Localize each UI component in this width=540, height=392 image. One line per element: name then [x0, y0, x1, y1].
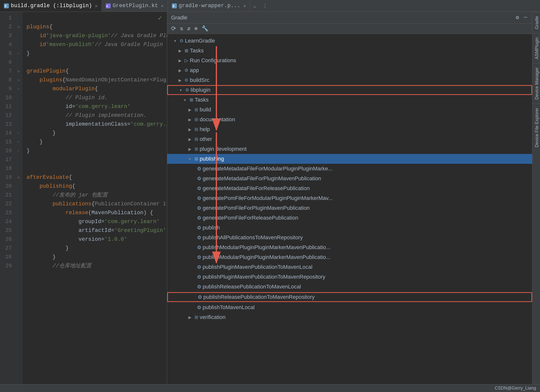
gutter-3: [15, 31, 23, 40]
sidebar-tab-device-file-explorer[interactable]: Device File Explorer: [532, 104, 540, 151]
gutter-13: [15, 120, 23, 129]
tree-item-pub-mod1[interactable]: ⚙ publishModularPluginPluginMarkerMavenP…: [167, 242, 532, 252]
gear-icon-gen5: ⚙: [196, 205, 203, 211]
gradle-title: Gradle: [171, 15, 187, 21]
close-icon[interactable]: ✕: [161, 3, 164, 9]
gutter-2[interactable]: ⊳: [15, 23, 23, 31]
tab-label: GreetPlugin.kt: [113, 3, 158, 9]
tree-label-gen5: generatePomFileForPluginMavenPublication: [203, 205, 532, 211]
gutter-14[interactable]: ⌐: [15, 129, 23, 138]
arrow-libplugin: ▾: [178, 88, 184, 92]
kotlin-icon: K: [106, 3, 111, 8]
tree-item-pub-mod2[interactable]: ⚙ publishModularPluginPluginMarkerMavenP…: [167, 252, 532, 262]
tree-item-gen3[interactable]: ⚙ generateMetadataFileForReleasePublicat…: [167, 183, 532, 193]
tree-item-other[interactable]: ▶ ⊞ other: [167, 134, 532, 144]
tree-item-app[interactable]: ▶ ⚙ app: [167, 65, 532, 75]
tab-build-gradle[interactable]: G build.gradle (:libplugin) ✕: [0, 0, 102, 12]
settings-button[interactable]: ⚙: [515, 13, 520, 22]
main-area: 1 2 3 4 5 6 7 8 9 10 11 12 13 14 15 16 1: [0, 12, 540, 384]
settings-icon[interactable]: 🔧: [202, 25, 208, 32]
tree-item-documentation[interactable]: ▶ ⊞ documentation: [167, 115, 532, 124]
tree-item-learn-gradle[interactable]: ▾ ⚙ LearnGradle: [167, 36, 532, 46]
gutter-24: [15, 217, 23, 226]
code-line-10: // Plugin id.: [27, 93, 167, 102]
tree-item-pub-release-local[interactable]: ⚙ publishReleasePublicationToMavenLocal: [167, 282, 532, 292]
code-line-2: plugins {: [27, 23, 167, 31]
tree-item-plugin-dev[interactable]: ▶ ⊞ plugin development: [167, 144, 532, 154]
tree-item-publishing[interactable]: ▾ ⊞ publishing: [167, 154, 532, 164]
gutter-23: [15, 209, 23, 217]
tab-greet-plugin[interactable]: K GreetPlugin.kt ✕: [102, 0, 168, 12]
sidebar-tab-asmplugin[interactable]: ASMPlugin: [532, 33, 540, 63]
tree-label-pub-release-local: publishReleasePublicationToMavenLocal: [203, 284, 532, 290]
code-line-26: version = '1.0.0': [27, 235, 167, 244]
line-num-12: 12: [0, 111, 12, 120]
tree-item-help[interactable]: ▶ ⊞ help: [167, 124, 532, 134]
code-line-29: //仓库地址配置: [27, 262, 167, 271]
line-num-3: 3: [0, 31, 12, 40]
tree-item-libplugin[interactable]: ▾ ⚙ libplugin: [167, 85, 532, 95]
line-num-1: 1: [0, 14, 12, 23]
arrow-run-configs: ▶: [177, 58, 183, 63]
sidebar-tab-gradle[interactable]: Gradle: [532, 12, 540, 33]
more-options[interactable]: ⋮: [259, 2, 271, 9]
gutter-16[interactable]: ⌐: [15, 147, 23, 155]
gradle-icons-bar: ⟳ ⇅ ⇵ ⊕ 🔧: [167, 24, 532, 34]
tree-item-pub-release-repo[interactable]: ⚙ publishReleasePublicationToMavenReposi…: [167, 292, 532, 302]
tree-item-run-configs[interactable]: ▶ ▷ Run Configurations: [167, 56, 532, 65]
collapse-all-icon[interactable]: ⇵: [187, 25, 190, 32]
arrow-publishing: ▾: [187, 157, 193, 161]
tree-label-plugin-dev: plugin development: [200, 146, 532, 152]
check-mark: ✓: [158, 14, 162, 22]
arrow-tasks-1: ▶: [177, 48, 183, 53]
tree-item-pub-plugin-repo[interactable]: ⚙ publishPluginMavenPublicationToMavenRe…: [167, 272, 532, 282]
buildsrc-icon: ⚙: [183, 77, 190, 83]
gutter-15[interactable]: ⌐: [15, 138, 23, 147]
tab-dropdown[interactable]: ⌄: [250, 2, 259, 9]
close-icon[interactable]: ✕: [243, 3, 246, 9]
tree-item-pub-all[interactable]: ⚙ publishAllPublicationsToMavenRepositor…: [167, 233, 532, 242]
tree-item-gen2[interactable]: ⚙ generateMetadataFileForPluginMavenPubl…: [167, 174, 532, 183]
code-content[interactable]: plugins { id 'java-gradle-plugin' // Jav…: [23, 12, 167, 384]
gear-icon-pub-mod2: ⚙: [196, 254, 203, 260]
tree-item-gen6[interactable]: ⚙ generatePomFileForReleasePublication: [167, 213, 532, 223]
gutter-9[interactable]: ⌐: [15, 85, 23, 93]
tree-item-pub-maven-local[interactable]: ⚙ publishToMavenLocal: [167, 302, 532, 312]
tree-item-tasks-2[interactable]: ▾ ⊞ Tasks: [167, 95, 532, 105]
line-num-14: 14: [0, 129, 12, 138]
tree-item-gen4[interactable]: ⚙ generatePomFileForModularPluginPluginM…: [167, 193, 532, 203]
tree-item-verification[interactable]: ▶ ⊞ verification: [167, 312, 532, 322]
gutter-26: [15, 235, 23, 244]
libplugin-container: ▾ ⚙ libplugin: [167, 85, 532, 95]
tree-item-gen5[interactable]: ⚙ generatePomFileForPluginMavenPublicati…: [167, 203, 532, 213]
status-bar: CSDN@Gerry_Liang: [0, 384, 540, 392]
gutter-5[interactable]: ⌐: [15, 49, 23, 58]
gutter-7[interactable]: ⊳: [15, 67, 23, 76]
gutter-icons: ⊳ ⌐ ⊳ ⊙ ⌐ ⌐ ⌐ ⌐ ⊳: [15, 12, 23, 384]
tree-item-gen1[interactable]: ⚙ generateMetadataFileForModularPluginPl…: [167, 164, 532, 174]
sidebar-tab-device-manager[interactable]: Device Manager: [532, 63, 540, 104]
minimize-button[interactable]: —: [523, 13, 528, 22]
verification-folder-icon: ⊞: [193, 315, 200, 320]
tree-item-pub-plugin-local[interactable]: ⚙ publishPluginMavenPublicationToMavenLo…: [167, 262, 532, 272]
gutter-8[interactable]: ⊙: [15, 76, 23, 85]
close-icon[interactable]: ✕: [95, 3, 98, 9]
tab-gradle-wrapper[interactable]: G gradle-wrapper.p... ✕: [168, 0, 250, 12]
tree-item-tasks-1[interactable]: ▶ ⊞ Tasks: [167, 46, 532, 56]
code-line-22: publications { PublicationContainer it -…: [27, 200, 167, 209]
line-num-23: 23: [0, 209, 12, 217]
gear-icon-pub-all: ⚙: [196, 235, 203, 241]
tree-label-pub-maven-local: publishToMavenLocal: [203, 304, 532, 311]
tree-item-publish[interactable]: ⚙ publish: [167, 223, 532, 233]
gutter-19[interactable]: ⊳: [15, 173, 23, 182]
code-line-24: groupId = 'com.gerry.learn': [27, 217, 167, 226]
sync-icon[interactable]: ⟳: [171, 25, 176, 32]
code-line-3: id 'java-gradle-plugin' // Java Gradle P…: [27, 31, 167, 40]
gear-icon-pub-mod1: ⚙: [196, 244, 203, 250]
expand-all-icon[interactable]: ⇅: [180, 25, 183, 32]
tree-item-buildsrc[interactable]: ▶ ⚙ buildSrc: [167, 75, 532, 85]
tree-item-build[interactable]: ▶ ⊞ build: [167, 105, 532, 115]
link-icon[interactable]: ⊕: [195, 25, 198, 32]
tab-label: build.gradle (:libplugin): [11, 3, 92, 9]
gear-icon-pub-maven-local: ⚙: [196, 304, 203, 310]
